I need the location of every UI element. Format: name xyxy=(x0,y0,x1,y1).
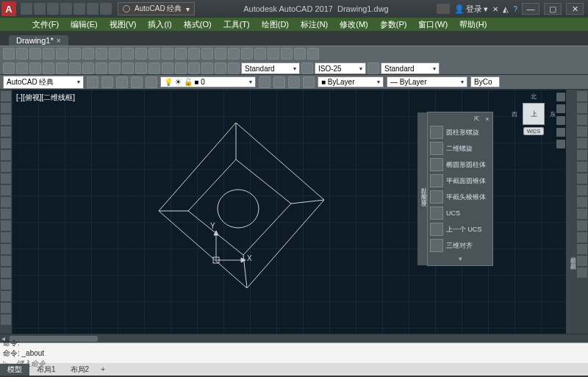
move-icon[interactable] xyxy=(577,150,587,160)
panel-handle[interactable]: 默认 绘图 修改 xyxy=(417,112,428,265)
tool-icon[interactable] xyxy=(301,62,313,74)
tool-icon[interactable] xyxy=(268,48,279,60)
document-tab[interactable]: Drawing1* × xyxy=(9,35,68,46)
qat-saveas-icon[interactable] xyxy=(60,3,72,15)
nav-showmotion-icon[interactable] xyxy=(556,140,565,148)
panel-item-helix[interactable]: 圆柱形螺旋 xyxy=(429,124,491,140)
dimstyle-combo[interactable]: ISO-25▾ xyxy=(315,62,366,74)
layout-tab-2[interactable]: 布局2 xyxy=(63,364,97,376)
layer-tool-icon[interactable] xyxy=(116,76,128,88)
ellipsearc-icon[interactable] xyxy=(1,209,11,219)
mirror-icon[interactable] xyxy=(577,115,587,125)
panel-item-ellipcylinder[interactable]: 椭圆形圆柱体 xyxy=(429,157,491,173)
maximize-button[interactable]: ▢ xyxy=(544,3,562,15)
3d-modeling-panel[interactable]: 默认 绘图 修改 ⇱× 圆柱形螺旋 二维螺旋 椭圆形圆柱体 平截面圆锥体 平截头… xyxy=(427,112,493,266)
workspace-switcher[interactable]: AutoCAD 经典 ▾ xyxy=(118,2,195,15)
panel-item-spiral[interactable]: 二维螺旋 xyxy=(429,140,491,157)
tablestyle-combo[interactable]: Standard▾ xyxy=(381,62,440,74)
mtext-icon[interactable] xyxy=(1,303,11,313)
panel-more-icon[interactable]: ▾ xyxy=(429,255,491,262)
close-button[interactable]: ✕ xyxy=(566,3,584,15)
tool-icon[interactable] xyxy=(241,48,253,60)
tool-icon[interactable] xyxy=(215,48,226,60)
viewcube[interactable]: 北 西 东 上 南 WCS xyxy=(512,93,556,134)
menu-format[interactable]: 格式(O) xyxy=(178,18,218,31)
tool-icon[interactable] xyxy=(122,48,134,60)
menu-dimension[interactable]: 标注(N) xyxy=(295,18,334,31)
tool-icon[interactable] xyxy=(281,48,293,60)
gradient-icon[interactable] xyxy=(1,268,11,278)
insert-icon[interactable] xyxy=(1,220,11,231)
qat-open-icon[interactable] xyxy=(34,3,46,15)
panel-item-ucs[interactable]: UCS xyxy=(429,205,491,221)
command-line[interactable]: 命令: 命令: _about ▷_ 键入命令 xyxy=(0,342,588,363)
layer-tool-icon[interactable] xyxy=(303,76,315,88)
panel-pin-icon[interactable]: ⇱ xyxy=(473,115,481,123)
region-icon[interactable] xyxy=(1,279,11,290)
scale-icon[interactable] xyxy=(577,173,587,184)
tool-icon[interactable] xyxy=(16,48,28,60)
offset-icon[interactable] xyxy=(577,126,587,137)
point-icon[interactable] xyxy=(1,244,11,254)
array-icon[interactable] xyxy=(577,138,587,148)
layer-tool-icon[interactable] xyxy=(273,76,285,88)
circle-icon[interactable] xyxy=(1,162,11,172)
layer-tool-icon[interactable] xyxy=(259,76,270,88)
explode-icon[interactable] xyxy=(577,268,587,278)
close-tab-icon[interactable]: × xyxy=(57,37,61,45)
tool-icon[interactable] xyxy=(254,48,266,60)
viewcube-face[interactable]: 上 xyxy=(523,103,545,125)
tool-icon[interactable] xyxy=(3,62,15,74)
tool-icon[interactable] xyxy=(43,62,54,74)
ellipse-icon[interactable] xyxy=(1,197,11,207)
panel-item-ucsprev[interactable]: 上一个 UCS xyxy=(429,221,491,237)
nav-zoom-icon[interactable] xyxy=(556,116,565,125)
exchange-icon[interactable]: ✕ xyxy=(492,5,498,13)
workspace-combo[interactable]: AutoCAD 经典▾ xyxy=(3,76,84,89)
nav-wheel-icon[interactable] xyxy=(556,93,565,101)
panel-close-icon[interactable]: × xyxy=(484,115,491,123)
tool-icon[interactable] xyxy=(69,48,81,60)
color-combo[interactable]: ■ ByLayer▾ xyxy=(318,76,384,87)
fillet-icon[interactable] xyxy=(577,256,587,266)
qat-undo-icon[interactable] xyxy=(87,3,98,15)
minimize-button[interactable]: — xyxy=(522,3,539,15)
drawing-canvas[interactable]: [-][俯视][二维线框] X Y 默认 绘图 修改 ⇱× 圆柱形螺旋 二维螺旋 xyxy=(12,90,566,334)
tool-icon[interactable] xyxy=(307,48,319,60)
menu-help[interactable]: 帮助(H) xyxy=(453,18,492,31)
rotate-icon[interactable] xyxy=(577,162,587,172)
layout-tab-model[interactable]: 模型 xyxy=(0,364,29,376)
xline-icon[interactable] xyxy=(1,103,11,113)
qat-save-icon[interactable] xyxy=(47,3,59,15)
qat-redo-icon[interactable] xyxy=(100,3,112,15)
break-icon[interactable] xyxy=(577,220,587,231)
tool-icon[interactable] xyxy=(201,48,213,60)
side-strip[interactable]: 新标签栏：新标题栏 xyxy=(566,90,576,334)
tool-icon[interactable] xyxy=(29,62,41,74)
search-icon[interactable] xyxy=(437,4,450,14)
qat-new-icon[interactable] xyxy=(21,3,32,15)
tool-icon[interactable] xyxy=(122,62,134,74)
linetype-combo[interactable]: — ByLayer▾ xyxy=(387,76,467,87)
layer-tool-icon[interactable] xyxy=(101,76,113,88)
polygon-icon[interactable] xyxy=(1,126,11,137)
tool-icon[interactable] xyxy=(29,48,41,60)
tool-icon[interactable] xyxy=(188,62,200,74)
trim-icon[interactable] xyxy=(577,197,587,207)
extend-icon[interactable] xyxy=(577,209,587,219)
viewport-label[interactable]: [-][俯视][二维线框] xyxy=(16,93,75,103)
menu-view[interactable]: 视图(V) xyxy=(104,18,143,31)
copy-icon[interactable] xyxy=(577,103,587,113)
tool-icon[interactable] xyxy=(96,48,107,60)
tool-icon[interactable] xyxy=(175,48,187,60)
tool-icon[interactable] xyxy=(43,48,54,60)
layer-tool-icon[interactable] xyxy=(146,76,157,88)
tool-icon[interactable] xyxy=(162,48,173,60)
tool-icon[interactable] xyxy=(228,62,240,74)
table-icon[interactable] xyxy=(1,291,11,301)
line-icon[interactable] xyxy=(1,91,11,101)
layer-tool-icon[interactable] xyxy=(288,76,300,88)
tool-icon[interactable] xyxy=(228,48,240,60)
tool-icon[interactable] xyxy=(16,62,28,74)
tool-icon[interactable] xyxy=(109,62,121,74)
